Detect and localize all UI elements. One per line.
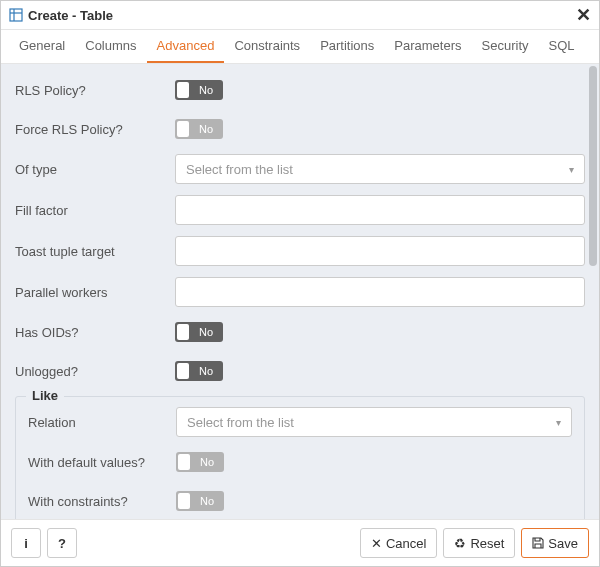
label-has-oids: Has OIDs?: [15, 325, 175, 340]
tab-sql[interactable]: SQL: [539, 30, 585, 63]
label-relation: Relation: [28, 415, 176, 430]
dialog-title: Create - Table: [28, 8, 113, 23]
fieldset-like: Like Relation Select from the list ▾ Wit…: [15, 396, 585, 519]
help-icon: ?: [58, 536, 66, 551]
scrollbar-thumb[interactable]: [589, 66, 597, 266]
svg-rect-0: [10, 9, 22, 21]
toggle-rls-policy[interactable]: No: [175, 80, 223, 100]
info-icon: i: [24, 536, 28, 551]
row-has-oids: Has OIDs? No: [15, 318, 585, 346]
recycle-icon: ♻: [454, 536, 466, 551]
scrollbar[interactable]: [589, 66, 597, 517]
input-parallel-workers[interactable]: [175, 277, 585, 307]
row-force-rls-policy: Force RLS Policy? No: [15, 115, 585, 143]
titlebar: Create - Table ✕: [1, 1, 599, 30]
toggle-with-constraints[interactable]: No: [176, 491, 224, 511]
row-parallel-workers: Parallel workers: [15, 277, 585, 307]
table-icon: [9, 8, 23, 22]
label-unlogged: Unlogged?: [15, 364, 175, 379]
label-with-constraints: With constraints?: [28, 494, 176, 509]
select-relation[interactable]: Select from the list ▾: [176, 407, 572, 437]
dialog-body: RLS Policy? No Force RLS Policy? No Of t…: [1, 64, 599, 519]
info-button[interactable]: i: [11, 528, 41, 558]
save-icon: [532, 537, 544, 549]
footer: i ? ✕ Cancel ♻ Reset Save: [1, 519, 599, 566]
row-of-type: Of type Select from the list ▾: [15, 154, 585, 184]
save-button[interactable]: Save: [521, 528, 589, 558]
toggle-has-oids[interactable]: No: [175, 322, 223, 342]
row-with-default-values: With default values? No: [28, 448, 572, 476]
select-of-type-placeholder: Select from the list: [186, 162, 293, 177]
tab-constraints[interactable]: Constraints: [224, 30, 310, 63]
tab-columns[interactable]: Columns: [75, 30, 146, 63]
row-relation: Relation Select from the list ▾: [28, 407, 572, 437]
help-button[interactable]: ?: [47, 528, 77, 558]
label-parallel-workers: Parallel workers: [15, 285, 175, 300]
toggle-force-rls-policy: No: [175, 119, 223, 139]
caret-down-icon: ▾: [569, 164, 574, 175]
tab-advanced[interactable]: Advanced: [147, 30, 225, 63]
label-of-type: Of type: [15, 162, 175, 177]
input-fill-factor[interactable]: [175, 195, 585, 225]
label-fill-factor: Fill factor: [15, 203, 175, 218]
label-toast-tuple-target: Toast tuple target: [15, 244, 175, 259]
close-icon[interactable]: ✕: [576, 6, 591, 24]
row-unlogged: Unlogged? No: [15, 357, 585, 385]
row-with-constraints: With constraints? No: [28, 487, 572, 515]
tab-general[interactable]: General: [9, 30, 75, 63]
label-rls-policy: RLS Policy?: [15, 83, 175, 98]
create-table-dialog: Create - Table ✕ General Columns Advance…: [0, 0, 600, 567]
tab-parameters[interactable]: Parameters: [384, 30, 471, 63]
input-toast-tuple-target[interactable]: [175, 236, 585, 266]
tabs: General Columns Advanced Constraints Par…: [1, 30, 599, 64]
reset-button[interactable]: ♻ Reset: [443, 528, 515, 558]
legend-like: Like: [26, 388, 64, 403]
tab-security[interactable]: Security: [472, 30, 539, 63]
row-rls-policy: RLS Policy? No: [15, 76, 585, 104]
cancel-button[interactable]: ✕ Cancel: [360, 528, 437, 558]
tab-partitions[interactable]: Partitions: [310, 30, 384, 63]
toggle-with-default-values[interactable]: No: [176, 452, 224, 472]
label-with-default-values: With default values?: [28, 455, 176, 470]
select-of-type[interactable]: Select from the list ▾: [175, 154, 585, 184]
label-force-rls-policy: Force RLS Policy?: [15, 122, 175, 137]
caret-down-icon: ▾: [556, 417, 561, 428]
toggle-unlogged[interactable]: No: [175, 361, 223, 381]
row-fill-factor: Fill factor: [15, 195, 585, 225]
select-relation-placeholder: Select from the list: [187, 415, 294, 430]
close-icon: ✕: [371, 536, 382, 551]
row-toast-tuple-target: Toast tuple target: [15, 236, 585, 266]
